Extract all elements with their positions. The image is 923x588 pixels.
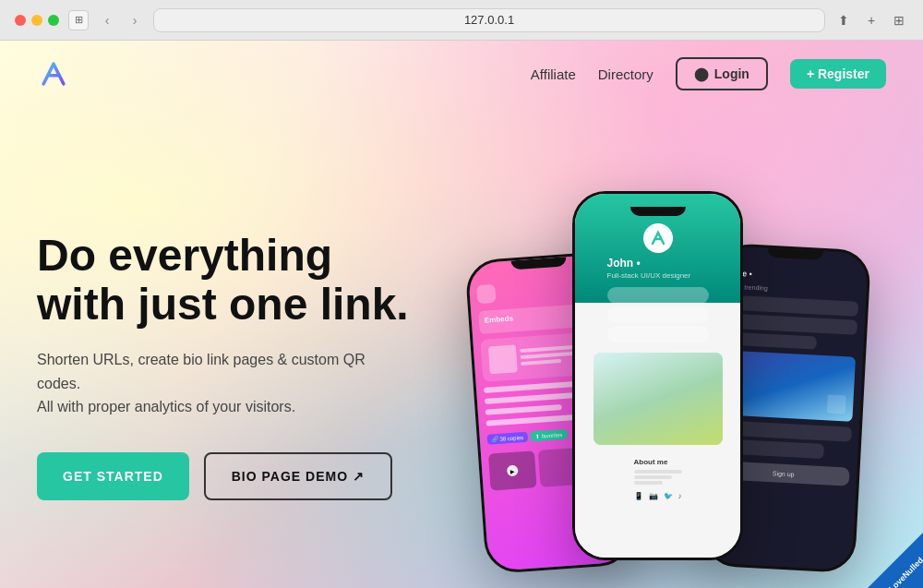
bio-demo-button[interactable]: BIO PAGE DEMO ↗ xyxy=(204,452,392,500)
play-icon: ▶ xyxy=(507,465,519,477)
url-text: 127.0.0.1 xyxy=(464,13,514,27)
center-btn2 xyxy=(607,306,709,323)
tab-icon: ⊞ xyxy=(68,10,89,30)
center-about: About me 📱 📷 🐦 ♪ xyxy=(625,452,691,506)
minimize-button[interactable] xyxy=(31,15,42,26)
close-button[interactable] xyxy=(15,15,26,26)
about-line3 xyxy=(634,481,663,485)
watermark: LoveNulled.com xyxy=(812,477,923,588)
back-button[interactable]: ‹ xyxy=(98,11,116,30)
center-profile: John • Full-stack UI/UX designer xyxy=(607,223,709,345)
navbar: Affiliate Directory ⬤ Login + Register xyxy=(0,41,923,107)
thumb xyxy=(488,344,518,374)
share-button[interactable]: ⬆ xyxy=(834,11,853,30)
page: Affiliate Directory ⬤ Login + Register D… xyxy=(0,41,923,588)
nav-links: Affiliate Directory ⬤ Login + Register xyxy=(531,57,886,90)
tiktok-icon: ♪ xyxy=(678,492,682,500)
browser-chrome: ⊞ ‹ › 127.0.0.1 ⬆ + ⊞ xyxy=(0,0,923,41)
login-button[interactable]: ⬤ Login xyxy=(676,57,768,90)
center-btn1 xyxy=(607,287,709,304)
add-tab-button[interactable]: + xyxy=(862,11,881,30)
forward-button[interactable]: › xyxy=(126,11,144,30)
center-name: John • xyxy=(607,257,709,270)
affiliate-link[interactable]: Affiliate xyxy=(531,66,576,82)
about-label: About me xyxy=(634,458,682,466)
logo-icon xyxy=(37,57,70,90)
social-icons: 📱 📷 🐦 ♪ xyxy=(634,492,682,500)
center-avatar xyxy=(643,223,673,253)
image-inner xyxy=(593,353,723,445)
right-item1 xyxy=(725,294,858,316)
instagram-icon: 📷 xyxy=(649,492,658,500)
line2 xyxy=(521,351,578,358)
logo[interactable] xyxy=(37,57,70,90)
register-button[interactable]: + Register xyxy=(790,59,886,89)
hero-subtitle: Shorten URLs, create bio link pages & cu… xyxy=(37,348,388,419)
center-subtitle: Full-stack UI/UX designer xyxy=(607,271,709,280)
whatsapp-icon: 📱 xyxy=(634,492,643,500)
right-subtitle: latest trending xyxy=(727,282,859,295)
tag1: 🔗 38 copies xyxy=(486,432,528,445)
center-btn3 xyxy=(607,326,709,342)
watermark-svg: LoveNulled.com xyxy=(812,477,923,588)
phones-container: Embeds xyxy=(475,163,863,588)
get-started-button[interactable]: GET STARTED xyxy=(37,452,189,500)
browser-actions: ⬆ + ⊞ xyxy=(834,11,908,30)
hero-buttons: GET STARTED BIO PAGE DEMO ↗ xyxy=(37,452,452,500)
hero-left: Do everything with just one link. Shorte… xyxy=(37,213,452,499)
video-thumb: ▶ xyxy=(488,450,537,490)
phone-center-screen: John • Full-stack UI/UX designer About m… xyxy=(575,194,740,558)
maximize-button[interactable] xyxy=(48,15,59,26)
traffic-lights xyxy=(15,15,59,26)
extensions-button[interactable]: ⊞ xyxy=(890,11,908,30)
phone-center: John • Full-stack UI/UX designer About m… xyxy=(572,191,743,560)
link-line3 xyxy=(485,404,562,415)
directory-link[interactable]: Directory xyxy=(598,66,653,82)
signup-text: Sign up xyxy=(773,470,795,477)
link-line4 xyxy=(485,414,581,426)
line3 xyxy=(521,358,561,365)
login-icon: ⬤ xyxy=(694,66,709,81)
center-image xyxy=(593,353,723,445)
hero-section: Do everything with just one link. Shorte… xyxy=(0,107,923,588)
person-silhouette xyxy=(827,394,846,414)
twitter-icon: 🐦 xyxy=(664,492,673,500)
avatar-logo xyxy=(649,229,667,247)
address-bar[interactable]: 127.0.0.1 xyxy=(153,8,825,32)
hero-title: Do everything with just one link. xyxy=(37,232,452,330)
phone-notch-center xyxy=(630,207,686,216)
link-line2 xyxy=(485,391,587,404)
right-item2 xyxy=(725,313,857,334)
tag2: ⬆ favorites xyxy=(531,429,568,442)
right-name: Jane • xyxy=(727,268,859,283)
about-line2 xyxy=(634,475,673,479)
phone-left-logo xyxy=(476,284,496,304)
about-line1 xyxy=(634,470,682,474)
